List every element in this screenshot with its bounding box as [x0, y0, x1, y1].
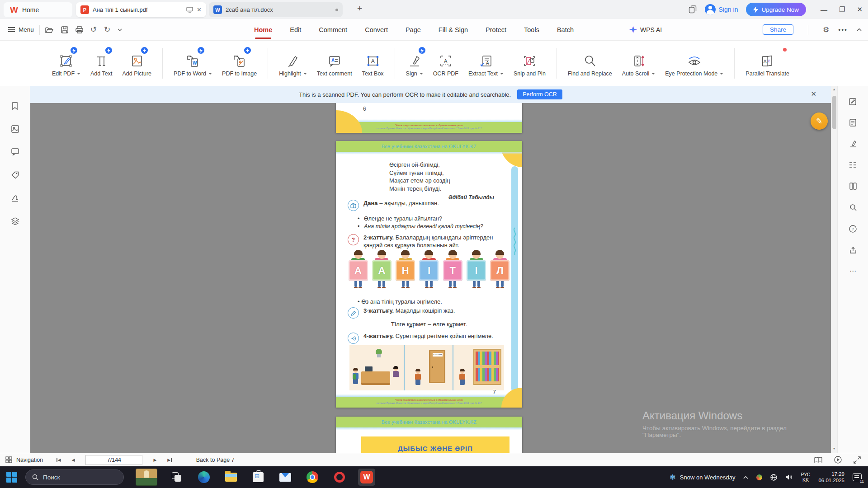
- add-picture-button[interactable]: Add Picture: [117, 50, 156, 77]
- restore-button[interactable]: ❐: [839, 5, 845, 14]
- ribbon-tab-protect[interactable]: Protect: [485, 26, 507, 33]
- chevron-down-icon[interactable]: [118, 28, 122, 31]
- ribbon-tab-page[interactable]: Page: [405, 26, 422, 33]
- previous-page-button[interactable]: ◀: [72, 458, 75, 462]
- notification-center-icon[interactable]: 11: [853, 473, 862, 481]
- ribbon-tab-batch[interactable]: Batch: [556, 26, 575, 33]
- file-explorer-app[interactable]: [222, 469, 240, 486]
- ribbon-tab-comment[interactable]: Comment: [318, 26, 348, 33]
- share-button[interactable]: Share: [763, 24, 793, 35]
- save-icon[interactable]: [61, 26, 68, 33]
- home-tab[interactable]: W Home: [4, 2, 72, 17]
- monitor-icon[interactable]: [186, 7, 193, 13]
- pdf-to-word-button[interactable]: W PDF to Word: [169, 50, 217, 77]
- tags-icon[interactable]: [10, 170, 19, 179]
- page-layout-icon[interactable]: [849, 182, 858, 191]
- close-tab-icon[interactable]: ✕: [197, 6, 202, 13]
- parallel-translate-button[interactable]: Aɛ̆ Parallel Translate: [741, 50, 794, 77]
- tab-pdf-document[interactable]: P Ана тілі 1 сынып.pdf ✕: [76, 2, 206, 17]
- edit-fab-button[interactable]: ✎: [811, 113, 828, 130]
- mail-app[interactable]: [277, 469, 294, 486]
- close-notice-icon[interactable]: ✕: [811, 90, 816, 98]
- language-indicator[interactable]: РУС KK: [801, 472, 810, 483]
- help-icon[interactable]: ?: [849, 224, 858, 233]
- two-page-view-icon[interactable]: [814, 457, 822, 463]
- annotate-icon[interactable]: [849, 97, 858, 106]
- task-view-button[interactable]: [168, 469, 185, 486]
- menu-button[interactable]: Menu: [0, 26, 34, 33]
- document-view[interactable]: 6 *Книга предоставлена исключительно в о…: [30, 103, 831, 453]
- full-screen-icon[interactable]: [854, 456, 861, 464]
- wps-ai-button[interactable]: WPS AI: [629, 19, 662, 40]
- next-page-button[interactable]: ▶: [153, 458, 156, 462]
- tray-app-icon[interactable]: [756, 474, 762, 480]
- volume-icon[interactable]: [785, 474, 793, 480]
- ocr-pdf-button[interactable]: A OCR PDF: [428, 50, 463, 77]
- edit-pdf-button[interactable]: Edit PDF: [47, 50, 85, 77]
- close-button[interactable]: ✕: [857, 5, 863, 14]
- sign-in-button[interactable]: Sign in: [705, 4, 738, 15]
- more-tools-icon[interactable]: ⋯: [849, 267, 858, 276]
- collapse-ribbon-icon[interactable]: [857, 28, 862, 31]
- ribbon-tab-home[interactable]: Home: [253, 26, 273, 33]
- back-to-page-link[interactable]: Back to Page 7: [196, 457, 235, 463]
- reading-layout-icon[interactable]: [849, 160, 858, 169]
- opera-app[interactable]: [331, 469, 348, 486]
- add-text-button[interactable]: Add Text: [85, 50, 117, 77]
- scroll-down-icon[interactable]: ▼: [833, 445, 836, 452]
- scroll-up-icon[interactable]: ▲: [833, 86, 836, 93]
- microsoft-store-app[interactable]: [250, 469, 267, 486]
- network-icon[interactable]: [770, 474, 777, 481]
- presentation-play-icon[interactable]: [834, 456, 842, 464]
- snip-and-pin-button[interactable]: Snip and Pin: [509, 50, 551, 77]
- comments-panel-icon[interactable]: [10, 147, 19, 156]
- highlight-button[interactable]: Highlight: [274, 50, 312, 77]
- text-comment-button[interactable]: A Text comment: [312, 50, 357, 77]
- open-file-icon[interactable]: [45, 26, 54, 33]
- export-icon[interactable]: [849, 118, 858, 127]
- chrome-app[interactable]: [304, 469, 321, 486]
- redo-icon[interactable]: ↻: [104, 25, 110, 34]
- bookmark-icon[interactable]: [10, 101, 19, 110]
- auto-scroll-button[interactable]: Auto Scroll: [617, 50, 660, 77]
- last-page-button[interactable]: ▶: [167, 458, 171, 462]
- start-button[interactable]: [6, 472, 17, 483]
- ribbon-tab-fill-sign[interactable]: Fill & Sign: [438, 26, 469, 33]
- minimize-button[interactable]: —: [821, 6, 827, 14]
- upgrade-now-button[interactable]: Upgrade Now: [746, 3, 806, 16]
- new-tab-button[interactable]: +: [357, 4, 362, 14]
- tab-word-document[interactable]: W 2саб ана тіл.docx: [209, 2, 343, 17]
- print-icon[interactable]: [75, 26, 83, 33]
- taskbar-search[interactable]: Поиск: [25, 469, 124, 485]
- edge-app[interactable]: [195, 469, 212, 486]
- vertical-scrollbar[interactable]: ▲ ▼: [831, 86, 837, 453]
- navigation-toggle[interactable]: Navigation: [0, 456, 43, 463]
- ribbon-tab-convert[interactable]: Convert: [364, 26, 389, 33]
- search-icon[interactable]: [849, 203, 858, 212]
- undo-icon[interactable]: ↺: [90, 25, 97, 34]
- find-and-replace-button[interactable]: Find and Replace: [563, 50, 617, 77]
- widget-thumbnail[interactable]: [136, 469, 157, 486]
- text-box-button[interactable]: A Text Box: [357, 50, 389, 77]
- clock[interactable]: 17:29 06.01.2025: [818, 471, 844, 483]
- first-page-button[interactable]: ◀: [57, 458, 61, 462]
- gear-icon[interactable]: ⚙: [823, 25, 829, 34]
- page-indicator-input[interactable]: 7/144: [85, 455, 142, 465]
- ribbon-tab-edit[interactable]: Edit: [289, 26, 302, 33]
- extract-text-button[interactable]: A Extract Text: [463, 50, 509, 77]
- eye-protection-mode-button[interactable]: Eye Protection Mode: [660, 50, 728, 77]
- hidden-icons-chevron[interactable]: [743, 476, 748, 479]
- sign-button[interactable]: Sign: [401, 50, 428, 77]
- signature-stamp-icon[interactable]: [10, 193, 19, 202]
- more-options-icon[interactable]: •••: [838, 26, 848, 33]
- wps-office-app[interactable]: W: [358, 469, 375, 486]
- weather-widget[interactable]: ❄ Snow on Wednesday: [670, 473, 736, 482]
- scrollbar-thumb[interactable]: [832, 96, 836, 129]
- layers-icon[interactable]: [10, 216, 19, 225]
- signature-pen-icon[interactable]: [849, 139, 858, 148]
- perform-ocr-button[interactable]: Perform OCR: [517, 89, 562, 99]
- pdf-to-image-button[interactable]: PDF to Image: [217, 50, 262, 77]
- ribbon-tab-tools[interactable]: Tools: [523, 26, 540, 33]
- apps-icon[interactable]: [689, 5, 697, 14]
- share-doc-icon[interactable]: [849, 245, 858, 254]
